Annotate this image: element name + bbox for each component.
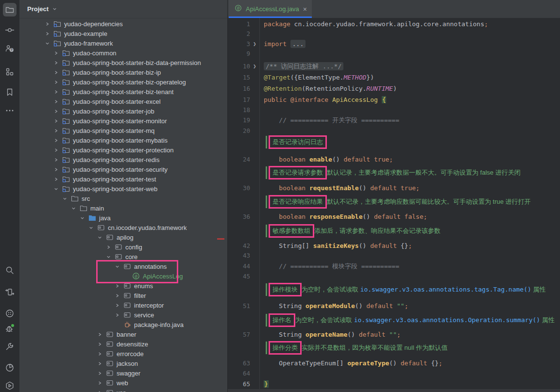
line-number[interactable]: 36 [228,212,250,222]
tree-item-yudao-spring-boot-starter-biz-data-permission[interactable]: yudao-spring-boot-starter-biz-data-permi… [53,58,201,67]
tab-apiaccesslog[interactable]: @ ApiAccessLog.java × [229,0,312,18]
tree-item-yudao-spring-boot-starter-mq[interactable]: yudao-spring-boot-starter-mq [53,126,154,135]
chevron-right-icon[interactable] [97,390,106,392]
code-line-44[interactable]: 44 // ========== 模块字段 ========== [228,261,560,271]
chevron-right-icon[interactable] [97,371,106,376]
editor-area[interactable]: @ ApiAccessLog.java × 1package cn.iocode… [227,0,560,392]
chevron-down-icon[interactable] [71,206,80,211]
line-number[interactable]: 64 [228,369,250,378]
code-line-1[interactable]: 1package cn.iocoder.yudao.framework.apil… [228,19,560,29]
learn-icon[interactable]: ? [3,42,17,55]
line-number[interactable]: 20 [228,126,250,136]
chevron-down-icon[interactable] [45,41,53,46]
line-number[interactable]: 18 [228,105,250,115]
tree-item-yudao-spring-boot-starter-test[interactable]: yudao-spring-boot-starter-test [53,174,156,184]
tree-item-yudao-spring-boot-starter-security[interactable]: yudao-spring-boot-starter-security [53,164,168,174]
move-to-icon[interactable] [3,285,17,299]
build-icon[interactable] [3,340,17,353]
code-line-64[interactable]: 64 [228,369,560,378]
chevron-right-icon[interactable] [53,60,62,65]
code-line-36[interactable]: 36 boolean responseEnable() default fals… [228,212,560,222]
line-number[interactable]: 44 [228,261,250,271]
chevron-right-icon[interactable] [45,31,53,36]
tree-item-src[interactable]: src [62,194,90,203]
chevron-down-icon[interactable] [106,254,115,260]
tree-item-jackson[interactable]: jackson [97,359,138,368]
chevron-right-icon[interactable] [97,342,106,347]
fold-arrow-icon[interactable]: ❯ [253,62,256,71]
tree-item-swagger[interactable]: swagger [97,368,140,378]
chevron-right-icon[interactable] [97,332,106,337]
tree-item-yudao-example[interactable]: yudao-example [45,29,107,38]
tree-item-filter[interactable]: filter [115,291,146,300]
chevron-right-icon[interactable] [53,80,62,85]
tree-item-yudao-spring-boot-starter-biz-ip[interactable]: yudao-spring-boot-starter-biz-ip [53,67,161,77]
chevron-down-icon[interactable] [115,264,123,269]
tree-item-yudao-spring-boot-starter-excel[interactable]: yudao-spring-boot-starter-excel [53,97,161,106]
tree-item-interceptor[interactable]: interceptor [115,300,164,310]
code-line-20[interactable]: 20 [228,126,560,136]
line-number[interactable]: 24 [228,155,250,164]
tree-item-apilog[interactable]: apilog [97,232,134,242]
tree-item-service[interactable]: service [115,310,154,320]
commit-icon[interactable] [3,23,17,37]
code-line-63[interactable]: 63 OperateTypeEnum[] operateType() defau… [228,359,560,368]
chevron-down-icon[interactable] [80,215,88,221]
chevron-right-icon[interactable] [115,312,123,318]
bookmarks-icon[interactable] [3,85,17,99]
chevron-right-icon[interactable] [115,303,123,308]
debug-icon[interactable] [3,322,17,335]
chevron-right-icon[interactable] [97,361,106,366]
code-line-9[interactable]: 9 [228,49,560,59]
chevron-right-icon[interactable] [53,89,62,95]
tree-item-core[interactable]: core [106,252,137,261]
tree-item-yudao-spring-boot-starter-redis[interactable]: yudao-spring-boot-starter-redis [53,155,159,164]
line-number[interactable]: 57 [228,330,250,340]
line-number[interactable]: 10 [228,62,250,71]
chevron-right-icon[interactable] [115,293,123,298]
tree-item-cn-iocoder-yudao-framework[interactable]: cn.iocoder.yudao.framework [88,223,187,232]
more-tool-windows-icon[interactable] [3,104,17,117]
line-number[interactable]: 15 [228,73,250,82]
code-line-65[interactable]: 65} [228,379,560,389]
code-line-10[interactable]: 10❯/** 访问日志注解 ...*/ [228,62,560,71]
tree-item-package-info-java[interactable]: package-info.java [115,320,184,329]
tree-item-web[interactable]: web [97,378,128,388]
code-line-15[interactable]: 15@Target({ElementType.METHOD}) [228,73,560,82]
search-icon[interactable] [3,263,17,277]
line-number[interactable]: 16 [228,84,250,94]
chevron-right-icon[interactable] [53,70,62,75]
tree-item-yudao-dependencies[interactable]: yudao-dependencies [45,19,123,29]
code-line-30[interactable]: 30 boolean requestEnable() default true; [228,183,560,193]
chevron-right-icon[interactable] [53,109,62,114]
tree-item-yudao-spring-boot-starter-protection[interactable]: yudao-spring-boot-starter-protection [53,145,173,155]
project-panel-header[interactable]: Project [19,0,227,18]
line-number[interactable]: 9 [228,49,250,59]
code-line-42[interactable]: 42 String[] sanitizeKeys() default {}; [228,241,560,251]
chevron-right-icon[interactable] [53,50,62,56]
tree-item-yudao-framework[interactable]: yudao-framework [45,38,113,48]
chevron-down-icon[interactable] [62,196,71,201]
run-icon[interactable] [3,379,17,392]
tree-item-xss[interactable]: xss [97,388,126,392]
code-area[interactable]: 1package cn.iocoder.yudao.framework.apil… [228,18,560,392]
chevron-down-icon[interactable] [53,186,62,192]
code-line-51[interactable]: 51 String operateModule() default ""; [228,301,560,311]
tree-item-yudao-common[interactable]: yudao-common [53,48,117,58]
line-number[interactable]: 19 [228,115,250,125]
line-number[interactable]: 2 [228,29,250,39]
tab-close-icon[interactable]: × [303,6,307,13]
code-line-17[interactable]: 17public @interface ApiAccessLog { [228,95,560,105]
chevron-right-icon[interactable] [53,138,62,143]
tree-item-yudao-spring-boot-starter-mybatis[interactable]: yudao-spring-boot-starter-mybatis [53,135,168,145]
tree-item-banner[interactable]: banner [97,329,136,339]
tree-item-desensitize[interactable]: desensitize [97,339,148,349]
chevron-right-icon[interactable] [115,283,123,289]
line-number[interactable]: 30 [228,183,250,193]
code-line-24[interactable]: 24 boolean enable() default true; [228,155,560,164]
line-number[interactable]: 65 [228,379,250,389]
tree-item-annotations[interactable]: annotations [115,261,167,271]
tree-item-java[interactable]: java [80,213,111,223]
tree-item-errorcode[interactable]: errorcode [97,349,144,359]
code-line-57[interactable]: 57 String operateName() default ""; [228,330,560,340]
